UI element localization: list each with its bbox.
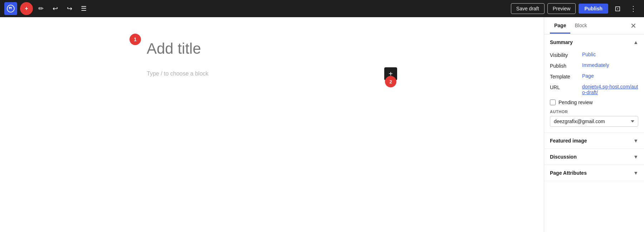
- step2-badge: 2: [385, 76, 396, 87]
- publish-button[interactable]: Publish: [579, 4, 608, 14]
- author-section: AUTHOR deezgrafix@gmail.com: [550, 110, 638, 127]
- featured-image-section: Featured image ▼: [544, 133, 644, 149]
- page-attributes-section: Page Attributes ▼: [544, 165, 644, 181]
- summary-title: Summary: [550, 39, 573, 45]
- save-draft-button[interactable]: Save draft: [511, 3, 545, 14]
- visibility-label: Visibility: [550, 52, 582, 58]
- title-area: 1: [147, 39, 397, 59]
- step1-badge: 1: [130, 34, 141, 45]
- pending-review-checkbox[interactable]: [550, 100, 556, 105]
- redo-button[interactable]: ↪: [63, 2, 76, 15]
- summary-section: Summary ▲ Visibility Public Publish Imme…: [544, 34, 644, 133]
- add-block-inline-wrapper: + 2: [384, 67, 397, 80]
- discussion-title: Discussion: [550, 154, 577, 160]
- sidebar-close-button[interactable]: ✕: [628, 21, 638, 31]
- summary-section-header[interactable]: Summary ▲: [544, 34, 644, 50]
- sidebar: Page Block ✕ Summary ▲ Visibility Public…: [544, 17, 644, 232]
- block-placeholder-text: Type / to choose a block: [147, 71, 379, 77]
- url-value[interactable]: donjetv4.sg-host.com/auto-draft/: [582, 84, 638, 95]
- visibility-row: Visibility Public: [550, 52, 638, 58]
- page-attributes-title: Page Attributes: [550, 170, 587, 176]
- sidebar-header: Page Block ✕: [544, 17, 644, 34]
- publish-label: Publish: [550, 62, 582, 69]
- post-title-input[interactable]: [147, 39, 397, 59]
- tab-page[interactable]: Page: [550, 18, 570, 34]
- pending-review-label: Pending review: [558, 100, 593, 105]
- main-area: 1 Type / to choose a block + 2 Page Bloc…: [0, 17, 644, 232]
- discussion-section-header[interactable]: Discussion ▼: [544, 149, 644, 165]
- tab-block[interactable]: Block: [570, 18, 591, 34]
- discussion-section: Discussion ▼: [544, 149, 644, 165]
- edit-button[interactable]: ✏: [34, 2, 47, 15]
- author-label: AUTHOR: [550, 110, 638, 114]
- wp-logo[interactable]: [4, 2, 17, 15]
- undo-button[interactable]: ↩: [49, 2, 62, 15]
- more-options-button[interactable]: ⋮: [627, 2, 640, 15]
- toolbar: + ✏ ↩ ↪ ☰ Save draft Preview Publish ⊡ ⋮: [0, 0, 644, 17]
- summary-chevron-icon: ▲: [633, 39, 638, 45]
- template-label: Template: [550, 73, 582, 79]
- toolbar-right: Save draft Preview Publish ⊡ ⋮: [511, 2, 640, 15]
- block-area: Type / to choose a block + 2: [147, 67, 397, 80]
- visibility-value[interactable]: Public: [582, 52, 596, 57]
- template-value[interactable]: Page: [582, 73, 594, 79]
- discussion-chevron-icon: ▼: [633, 154, 638, 160]
- featured-image-title: Featured image: [550, 138, 587, 144]
- settings-button[interactable]: ⊡: [611, 2, 624, 15]
- list-view-button[interactable]: ☰: [77, 2, 90, 15]
- summary-body: Visibility Public Publish Immediately Te…: [544, 50, 644, 132]
- url-row: URL donjetv4.sg-host.com/auto-draft/: [550, 84, 638, 95]
- url-label: URL: [550, 84, 582, 90]
- featured-image-chevron-icon: ▼: [633, 138, 638, 144]
- page-attributes-section-header[interactable]: Page Attributes ▼: [544, 165, 644, 181]
- add-block-toolbar-button[interactable]: +: [20, 2, 33, 15]
- author-select[interactable]: deezgrafix@gmail.com: [550, 116, 638, 127]
- editor-area: 1 Type / to choose a block + 2: [0, 17, 544, 232]
- preview-button[interactable]: Preview: [547, 3, 576, 14]
- featured-image-section-header[interactable]: Featured image ▼: [544, 133, 644, 149]
- publish-row: Publish Immediately: [550, 62, 638, 69]
- page-attributes-chevron-icon: ▼: [633, 170, 638, 176]
- template-row: Template Page: [550, 73, 638, 79]
- publish-value[interactable]: Immediately: [582, 62, 609, 68]
- pending-review-row: Pending review: [550, 100, 638, 105]
- editor-content: 1 Type / to choose a block + 2: [147, 39, 397, 80]
